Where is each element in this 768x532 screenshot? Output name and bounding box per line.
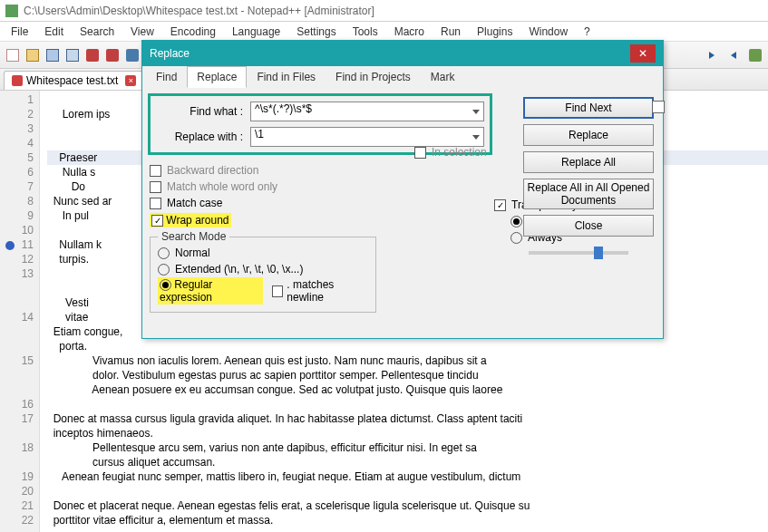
menu-plugins[interactable]: Plugins xyxy=(470,24,520,40)
line-gutter: 123 456 789 1011 12 13 14 15 16 17 18 19… xyxy=(0,91,40,532)
menu-search[interactable]: Search xyxy=(73,24,122,40)
tab-find-in-projects[interactable]: Find in Projects xyxy=(326,66,421,88)
search-mode-title: Search Mode xyxy=(158,230,229,243)
next-button[interactable] xyxy=(724,46,743,64)
in-selection-checkbox[interactable]: In selection xyxy=(414,146,487,159)
bookmark-icon xyxy=(5,241,15,250)
menu-settings[interactable]: Settings xyxy=(289,24,343,40)
menu-encoding[interactable]: Encoding xyxy=(163,24,223,40)
close-all-icon xyxy=(106,49,119,62)
prev-button[interactable] xyxy=(703,46,721,64)
mode-extended-radio[interactable]: Extended (\n, \r, \t, \0, \x...) xyxy=(158,261,368,277)
file-icon xyxy=(12,75,23,86)
print-icon xyxy=(126,49,139,62)
replace-all-open-button[interactable]: Replace All in All Opened Documents xyxy=(523,179,654,209)
arrow-right-icon xyxy=(731,52,736,59)
menu-language[interactable]: Language xyxy=(225,24,287,40)
menu-view[interactable]: View xyxy=(123,24,161,40)
close-tab-icon[interactable]: × xyxy=(125,75,136,86)
menu-tools[interactable]: Tools xyxy=(345,24,385,40)
new-file-icon xyxy=(6,49,19,62)
mode-regex-radio[interactable]: Regular expression xyxy=(158,277,263,305)
find-what-input[interactable]: ^\s*(.*?)\s*$ xyxy=(250,102,484,121)
search-mode-group: Search Mode Normal Extended (\n, \r, \t,… xyxy=(150,237,376,313)
wrap-around-checkbox[interactable]: Wrap around xyxy=(150,211,385,229)
menu-window[interactable]: Window xyxy=(521,24,575,40)
radio-checked-icon xyxy=(510,216,522,227)
menu-file[interactable]: File xyxy=(4,24,35,40)
dialog-buttons: Find Next Replace Replace All Replace Al… xyxy=(523,97,654,237)
dialog-titlebar[interactable]: Replace ✕ xyxy=(142,41,663,66)
dialog-title: Replace xyxy=(150,47,190,60)
replace-dialog: Replace ✕ Find Replace Find in Files Fin… xyxy=(141,40,664,339)
window-title: C:\Users\Admin\Desktop\Whitespace test.t… xyxy=(24,5,374,17)
find-next-wrap-checkbox[interactable] xyxy=(652,101,665,113)
radio-icon xyxy=(158,247,170,259)
checkbox-icon xyxy=(272,285,283,297)
file-tab-label: Whitespace test.txt xyxy=(26,74,118,87)
tab-find-in-files[interactable]: Find in Files xyxy=(247,66,326,88)
toolbar-right xyxy=(703,46,764,64)
save-button[interactable] xyxy=(44,46,62,64)
checkbox-checked-icon xyxy=(494,199,506,211)
save-icon xyxy=(46,49,59,62)
menu-macro[interactable]: Macro xyxy=(387,24,432,40)
menu-help[interactable]: ? xyxy=(577,24,598,40)
find-next-button[interactable]: Find Next xyxy=(523,97,654,119)
save-all-icon xyxy=(66,49,79,62)
close-all-button[interactable] xyxy=(103,46,122,64)
record-button[interactable] xyxy=(746,46,764,64)
dialog-body: Find what : ^\s*(.*?)\s*$ Replace with :… xyxy=(142,88,663,338)
tab-find[interactable]: Find xyxy=(146,66,187,88)
whole-word-checkbox[interactable]: Match whole word only xyxy=(150,179,385,195)
replace-all-button[interactable]: Replace All xyxy=(523,151,654,173)
tab-mark[interactable]: Mark xyxy=(421,66,465,88)
radio-icon xyxy=(158,264,170,276)
mode-normal-radio[interactable]: Normal xyxy=(158,245,368,261)
open-folder-icon xyxy=(26,49,39,62)
new-file-button[interactable] xyxy=(4,46,22,64)
find-what-label: Find what : xyxy=(156,105,250,118)
arrow-left-icon xyxy=(709,52,715,59)
menu-run[interactable]: Run xyxy=(433,24,468,40)
radio-checked-icon xyxy=(160,279,171,291)
close-button[interactable]: Close xyxy=(523,215,654,237)
replace-with-label: Replace with : xyxy=(156,131,250,143)
open-file-button[interactable] xyxy=(24,46,42,64)
backward-checkbox[interactable]: Backward direction xyxy=(150,162,385,179)
close-icon: ✕ xyxy=(638,47,647,60)
replace-with-input[interactable]: \1 xyxy=(250,127,484,147)
slider-thumb-icon xyxy=(594,247,603,259)
file-tab[interactable]: Whitespace test.txt × xyxy=(4,71,144,90)
matches-newline-checkbox[interactable]: . matches newline xyxy=(272,278,368,304)
menubar: File Edit Search View Encoding Language … xyxy=(0,22,768,42)
checkbox-icon xyxy=(414,147,426,159)
window-titlebar: C:\Users\Admin\Desktop\Whitespace test.t… xyxy=(0,0,768,22)
radio-icon xyxy=(510,232,522,244)
checkbox-icon xyxy=(150,165,161,177)
save-all-button[interactable] xyxy=(63,46,82,64)
app-icon xyxy=(5,5,18,17)
checkbox-icon xyxy=(150,181,161,193)
match-case-checkbox[interactable]: Match case xyxy=(150,195,385,211)
close-file-button[interactable] xyxy=(83,46,102,64)
options: Backward direction Match whole word only… xyxy=(150,162,385,229)
checkbox-checked-icon xyxy=(151,215,163,227)
print-button[interactable] xyxy=(123,46,141,64)
replace-button[interactable]: Replace xyxy=(523,124,654,146)
menu-edit[interactable]: Edit xyxy=(37,24,71,40)
dialog-close-button[interactable]: ✕ xyxy=(630,44,656,63)
close-file-icon xyxy=(86,49,99,62)
dialog-tabs: Find Replace Find in Files Find in Proje… xyxy=(142,66,663,88)
record-icon xyxy=(749,49,762,62)
transparency-slider[interactable] xyxy=(529,251,628,255)
tab-replace[interactable]: Replace xyxy=(187,66,247,88)
checkbox-icon xyxy=(150,198,161,209)
